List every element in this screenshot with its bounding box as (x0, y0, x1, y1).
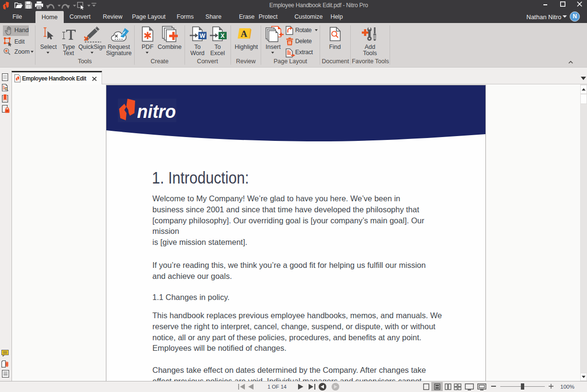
svg-text:nitro: nitro (137, 101, 176, 122)
svg-text:A: A (241, 29, 247, 39)
svg-text:W: W (200, 33, 206, 39)
svg-text:X: X (220, 33, 225, 39)
